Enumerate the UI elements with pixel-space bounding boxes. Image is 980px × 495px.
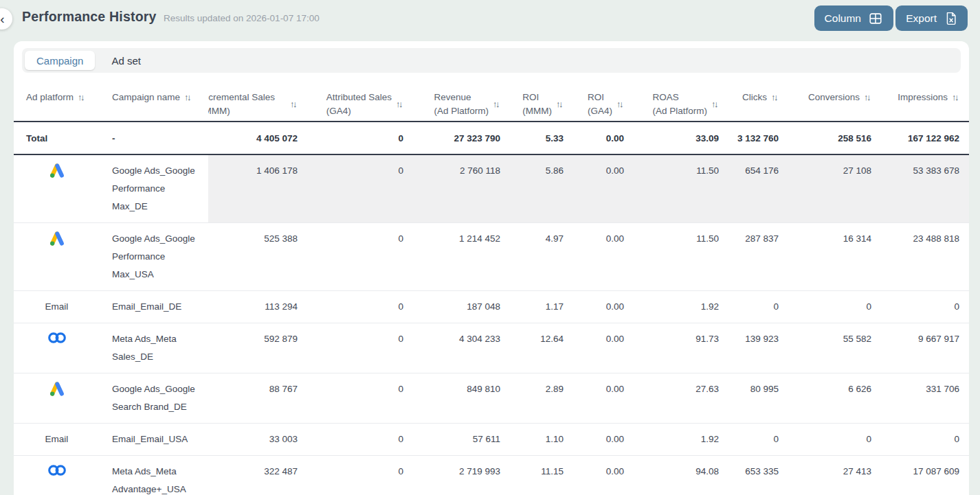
- column-header-roas-ad-platform: ROAS(Ad Platform)↑↓: [624, 82, 719, 122]
- campaign-name-cell: Email_Email_USA: [100, 424, 208, 456]
- sort-icon[interactable]: ↑↓: [184, 91, 192, 104]
- table-row[interactable]: Google Ads_Google Performance Max_USA525…: [14, 223, 969, 291]
- tab-ad-set[interactable]: Ad set: [95, 51, 157, 70]
- metric-value-cell: 57 611: [403, 424, 500, 456]
- tab-ad-set-label: Ad set: [111, 55, 141, 67]
- metric-value-cell: 11.50: [624, 154, 719, 223]
- metric-value-cell: 9 667 917: [871, 323, 969, 373]
- top-bar: ‹ Performance History Results updated on…: [0, 0, 980, 36]
- metric-value-cell: 4.97: [500, 223, 564, 291]
- metric-value-cell: 0: [298, 291, 403, 323]
- metric-value-cell: 331 706: [871, 373, 969, 424]
- metric-value-cell: 0.00: [564, 456, 624, 495]
- metric-value-cell: 0.00: [564, 154, 624, 223]
- total-value-cell: 0: [298, 122, 403, 154]
- column-button[interactable]: Column: [814, 5, 893, 31]
- total-value-cell: 3 132 760: [719, 122, 779, 154]
- metric-value-cell: 525 388: [208, 223, 298, 291]
- tab-campaign[interactable]: Campaign: [25, 51, 95, 70]
- column-label: Clicks: [742, 91, 767, 104]
- metric-value-cell: 0: [779, 424, 871, 456]
- column-header-roi-mmm: ROI(MMM)↑↓: [500, 82, 564, 122]
- column-label: ROI(GA4): [588, 91, 612, 118]
- metric-value-cell: 88 767: [208, 373, 298, 424]
- campaign-name-cell: Meta Ads_Meta Sales_DE: [100, 323, 208, 373]
- table-row[interactable]: Google Ads_Google Performance Max_DE1 40…: [14, 154, 969, 223]
- total-label: Total: [14, 122, 100, 154]
- excel-file-icon: [944, 11, 957, 26]
- metric-value-cell: 653 335: [719, 456, 779, 495]
- metric-value-cell: 0: [871, 424, 969, 456]
- metric-value-cell: 592 879: [208, 323, 298, 373]
- metric-value-cell: 0.00: [564, 373, 624, 424]
- metric-value-cell: 1 214 452: [403, 223, 500, 291]
- performance-table: Ad platform↑↓Campaign name↑↓Incremental …: [14, 82, 969, 495]
- meta-icon: [47, 463, 67, 478]
- metric-value-cell: 1 406 178: [208, 154, 298, 223]
- metric-value-cell: 0: [719, 291, 779, 323]
- metric-value-cell: 6 626: [779, 373, 871, 424]
- export-button-label: Export: [906, 12, 937, 25]
- column-label: Incremental Sales(MMM): [208, 91, 286, 118]
- metric-value-cell: 139 923: [719, 323, 779, 373]
- sort-icon[interactable]: ↑↓: [864, 91, 871, 104]
- metric-value-cell: 12.64: [500, 323, 564, 373]
- sort-icon[interactable]: ↑↓: [290, 97, 298, 111]
- table-header-row: Ad platform↑↓Campaign name↑↓Incremental …: [14, 82, 969, 122]
- sort-icon[interactable]: ↑↓: [556, 97, 564, 111]
- meta-icon: [47, 330, 67, 345]
- metric-value-cell: 113 294: [208, 291, 298, 323]
- back-button[interactable]: ‹: [0, 8, 12, 30]
- metric-value-cell: 322 487: [208, 456, 298, 495]
- table-row[interactable]: EmailEmail_Email_DE113 2940187 0481.170.…: [14, 291, 969, 323]
- metric-value-cell: 5.86: [500, 154, 564, 223]
- column-label: Impressions: [898, 91, 948, 104]
- ad-platform-cell: [14, 373, 100, 424]
- chevron-left-icon: ‹: [0, 12, 4, 27]
- sort-icon[interactable]: ↑↓: [771, 91, 779, 104]
- metric-value-cell: 0: [298, 223, 403, 291]
- tab-bar: Campaign Ad set: [22, 48, 961, 73]
- column-header-impressions: Impressions↑↓: [871, 82, 969, 122]
- metric-value-cell: 0: [719, 424, 779, 456]
- metric-value-cell: 2 719 993: [403, 456, 500, 495]
- metric-value-cell: 55 582: [779, 323, 871, 373]
- table-row[interactable]: Meta Ads_Meta Advantage+_USA322 48702 71…: [14, 456, 969, 495]
- google-ads-icon: [48, 162, 66, 180]
- page-title: Performance History: [22, 9, 157, 25]
- column-button-label: Column: [825, 12, 861, 25]
- campaign-name-cell: Meta Ads_Meta Advantage+_USA: [100, 456, 208, 495]
- column-label: Ad platform: [26, 91, 74, 104]
- column-label: Conversions: [808, 91, 860, 104]
- table-row[interactable]: EmailEmail_Email_USA33 003057 6111.100.0…: [14, 424, 969, 456]
- campaign-name-cell: Google Ads_Google Search Brand_DE: [100, 373, 208, 424]
- sort-icon[interactable]: ↑↓: [493, 97, 500, 111]
- table-row[interactable]: Google Ads_Google Search Brand_DE88 7670…: [14, 373, 969, 424]
- sort-icon[interactable]: ↑↓: [616, 97, 624, 111]
- metric-value-cell: 2 760 118: [403, 154, 500, 223]
- column-header-incremental-sales-mmm: Incremental Sales(MMM)↑↓: [208, 82, 298, 122]
- sort-icon[interactable]: ↑↓: [396, 97, 403, 111]
- metric-value-cell: 0: [779, 291, 871, 323]
- metric-value-cell: 0.00: [564, 223, 624, 291]
- metric-value-cell: 4 304 233: [403, 323, 500, 373]
- metric-value-cell: 27.63: [624, 373, 719, 424]
- metric-value-cell: 0: [298, 456, 403, 495]
- metric-value-cell: 0.00: [564, 424, 624, 456]
- sort-icon[interactable]: ↑↓: [952, 91, 959, 104]
- email-platform-label: Email: [45, 434, 69, 444]
- column-label: Attributed Sales(GA4): [326, 91, 392, 118]
- sort-icon[interactable]: ↑↓: [78, 91, 85, 104]
- ad-platform-cell: Email: [14, 424, 100, 456]
- metric-value-cell: 1.17: [500, 291, 564, 323]
- metric-value-cell: 0: [871, 291, 969, 323]
- sort-icon[interactable]: ↑↓: [711, 97, 719, 111]
- metric-value-cell: 0: [298, 323, 403, 373]
- metric-value-cell: 0: [298, 424, 403, 456]
- total-value-cell: 33.09: [624, 122, 719, 154]
- export-button[interactable]: Export: [895, 5, 968, 31]
- ad-platform-cell: Email: [14, 291, 100, 323]
- table-row[interactable]: Meta Ads_Meta Sales_DE592 87904 304 2331…: [14, 323, 969, 373]
- column-header-attributed-sales-ga4: Attributed Sales(GA4)↑↓: [298, 82, 403, 122]
- metric-value-cell: 27 413: [779, 456, 871, 495]
